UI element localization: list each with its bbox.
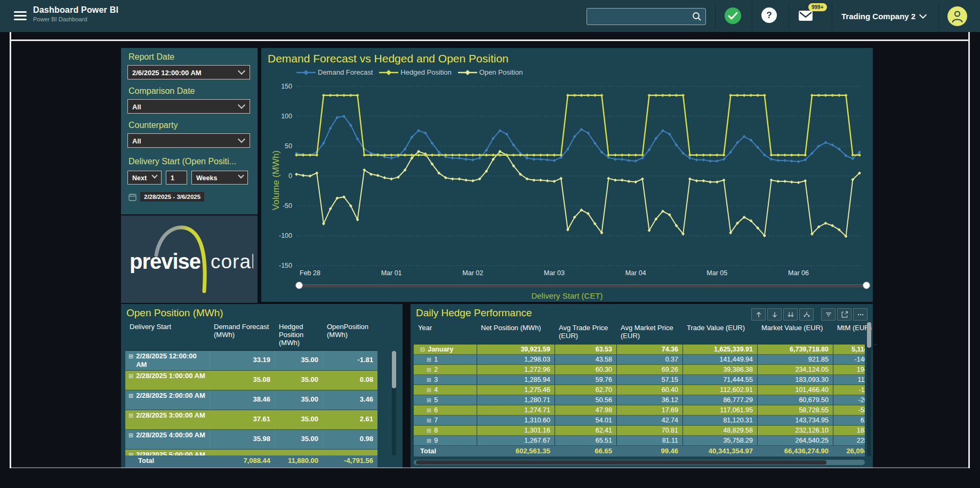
column-header[interactable]: Year	[414, 322, 477, 345]
expand-icon[interactable]: ⊞	[128, 372, 133, 380]
scrollbar-thumb[interactable]	[867, 322, 871, 348]
year-value: January	[428, 345, 453, 354]
relative-mode-dropdown[interactable]: Next	[127, 171, 162, 185]
open-position-title: Open Position (MWh)	[126, 307, 223, 319]
value-cell: 1,285.94	[477, 375, 555, 385]
delivery-start-range[interactable]: 2/28/2025 - 3/6/2025	[140, 192, 204, 202]
chevron-down-icon	[238, 101, 245, 109]
column-header[interactable]: Delivery Start	[125, 321, 210, 350]
focus-mode-icon[interactable]	[837, 308, 852, 321]
expand-icon[interactable]: ⊞	[427, 375, 431, 385]
column-header[interactable]: Avg Market Price (EUR)	[616, 322, 682, 345]
comparison-date-dropdown[interactable]: All	[127, 99, 250, 114]
comparison-date-value: All	[132, 103, 141, 111]
table-row[interactable]: ⊞81,301.1662.4170.8148,829.58232,126.101…	[414, 426, 865, 436]
value-cell: 35.08	[210, 371, 275, 390]
column-header[interactable]: Net Position (MWh)	[477, 322, 555, 345]
expand-icon[interactable]: ⊞	[427, 415, 431, 425]
filter-panel: Report Date 2/6/2025 12:00:00 AM Compari…	[121, 48, 258, 214]
expand-icon[interactable]: ⊞	[427, 395, 431, 405]
total-value: 66,436,274.90	[757, 446, 833, 457]
relative-count-input[interactable]: 1	[166, 171, 187, 185]
value-cell: 37.61	[210, 410, 275, 429]
expand-icon[interactable]: ⊞	[427, 426, 431, 435]
scrollbar-thumb[interactable]	[392, 351, 396, 388]
table-row[interactable]: ⊞2/28/2025 4:00:00 AM35.9835.000.98	[125, 430, 377, 450]
expand-icon[interactable]: ⊞	[427, 405, 431, 415]
expand-icon[interactable]: ⊞	[128, 431, 133, 439]
mail-icon[interactable]	[798, 9, 814, 24]
column-header[interactable]: Hedged Position (MWh)	[275, 321, 323, 350]
drill-up-icon[interactable]	[751, 308, 766, 321]
legend-item[interactable]: Demand Forecast	[296, 68, 373, 76]
company-selector[interactable]: Trading Company 2	[841, 0, 926, 32]
hamburger-menu-icon[interactable]	[14, 11, 27, 21]
table-row[interactable]: ⊞2/28/2025 1:00:00 AM35.0835.000.08	[125, 371, 377, 390]
table-row[interactable]: ⊞2/28/2025 3:00:00 AM37.6135.002.61	[125, 410, 377, 430]
value-cell: 57.15	[616, 375, 682, 385]
value-cell: 101,466.40	[757, 385, 833, 395]
table-row[interactable]: ⊞71,310.6054.0142.7481,120.31143,734.956…	[414, 415, 865, 426]
header-divider	[938, 3, 939, 29]
year-value: 5	[434, 395, 438, 405]
table-row[interactable]: ⊞91,267.6765.5181.1135,758.29264,540.252…	[414, 436, 865, 446]
column-header[interactable]: Demand Forecast (MWh)	[210, 321, 275, 350]
daily-hedge-vertical-scrollbar[interactable]	[867, 322, 871, 457]
expand-all-levels-icon[interactable]	[799, 308, 814, 321]
counterparty-dropdown[interactable]: All	[127, 133, 250, 148]
slider-handle-left[interactable]	[295, 282, 303, 289]
table-row[interactable]: ⊞31,285.9459.7657.1571,444.55183,093.301…	[414, 375, 865, 385]
legend-item[interactable]: Hedged Position	[379, 68, 451, 76]
daily-hedge-horizontal-scrollbar[interactable]	[414, 460, 865, 465]
filters-icon[interactable]	[821, 308, 836, 321]
delivery-start-value: 2/28/2025 12:00:00 AM	[136, 352, 208, 369]
expand-icon[interactable]: ⊞	[427, 365, 431, 374]
expand-icon[interactable]: ⊞	[427, 385, 431, 395]
legend-item[interactable]: Open Position	[458, 68, 523, 76]
column-header[interactable]: Trade Value (EUR)	[682, 322, 757, 345]
table-row[interactable]: ⊞2/28/2025 12:00:00 AM33.1935.00-1.81	[125, 351, 377, 371]
expand-icon[interactable]: ⊞	[128, 451, 133, 455]
search-input[interactable]	[591, 10, 689, 23]
expand-icon[interactable]: ⊟	[420, 345, 425, 354]
svg-text:-50: -50	[283, 202, 292, 210]
table-row[interactable]: ⊞2/28/2025 5:00:00 AM36.0935.001.09	[125, 450, 377, 455]
expand-icon[interactable]: ⊞	[128, 391, 133, 400]
table-row[interactable]: ⊞51,280.7150.5636.1286,777.2960,679.50-2…	[414, 395, 865, 405]
daily-hedge-header-row: YearNet Position (MWh)Avg Trade Price (E…	[414, 322, 878, 345]
slider-handle-right[interactable]	[863, 282, 870, 289]
value-cell: 74.36	[616, 345, 682, 354]
expand-icon[interactable]: ⊞	[427, 355, 431, 364]
line-chart[interactable]: 150100500-50-100-150Feb 28Mar 01Mar 02Ma…	[261, 79, 873, 277]
user-avatar[interactable]	[947, 6, 967, 26]
delivery-start-value: 2/28/2025 4:00:00 AM	[136, 431, 205, 439]
column-header[interactable]: OpenPosition (MWh)	[323, 321, 377, 350]
table-row[interactable]: ⊟January39,921.5963.5374.361,625,339.916…	[414, 345, 865, 355]
notification-badge[interactable]: 999+	[808, 3, 827, 11]
counterparty-value: All	[132, 137, 141, 145]
scrollbar-thumb[interactable]	[416, 460, 826, 465]
expand-icon[interactable]: ⊞	[427, 436, 431, 445]
column-header[interactable]: Avg Trade Price (EUR)	[555, 322, 616, 345]
status-check-icon[interactable]	[725, 7, 741, 24]
year-value: 3	[434, 375, 438, 385]
table-row[interactable]: ⊞41,275.4662.7060.40112,602.91101,466.40…	[414, 385, 865, 395]
table-row[interactable]: ⊞11,298.0343.580.37141,449.94921.85-140,…	[414, 355, 865, 365]
drill-down-icon[interactable]	[767, 308, 782, 321]
help-icon[interactable]: ?	[761, 7, 777, 23]
value-cell: 71,444.55	[682, 375, 757, 385]
report-date-dropdown[interactable]: 2/6/2025 12:00:00 AM	[127, 65, 250, 79]
expand-icon[interactable]: ⊞	[128, 411, 133, 420]
more-options-icon[interactable]	[853, 308, 867, 321]
relative-unit-dropdown[interactable]: Weeks	[191, 171, 248, 185]
table-row[interactable]: ⊞61,274.7147.9817.69117,061.9558,728.55-…	[414, 405, 865, 415]
column-header[interactable]: Market Value (EUR)	[757, 322, 833, 345]
table-row[interactable]: ⊞21,272.9660.3069.2639,386.38234,124.051…	[414, 365, 865, 375]
table-row[interactable]: ⊞2/28/2025 2:00:00 AM38.4635.003.46	[125, 390, 377, 410]
open-position-vertical-scrollbar[interactable]	[392, 351, 396, 455]
expand-icon[interactable]: ⊞	[128, 352, 133, 361]
chevron-down-icon	[238, 135, 245, 143]
slider-track[interactable]	[295, 284, 870, 287]
search-icon[interactable]	[692, 11, 702, 22]
expand-next-level-icon[interactable]	[783, 308, 798, 321]
